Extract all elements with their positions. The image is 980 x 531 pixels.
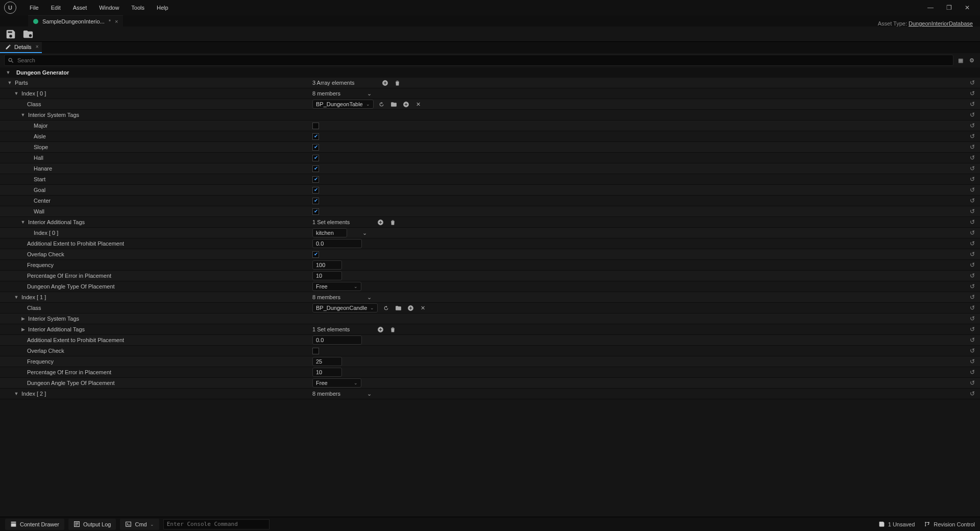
chevron-down-icon[interactable]: ▼	[5, 69, 11, 76]
class-picker-1[interactable]: BP_DungeonCandle⌄	[312, 303, 378, 312]
checkbox-aisle[interactable]	[312, 133, 319, 140]
asset-type-link[interactable]: DungeonInteriorDatabase	[909, 20, 973, 27]
add-element-icon[interactable]	[381, 79, 389, 87]
checkbox-overlap-1[interactable]	[312, 348, 319, 354]
search-input[interactable]	[17, 57, 950, 63]
clear-icon[interactable]: ✕	[414, 100, 423, 108]
reset-icon[interactable]: ↺	[970, 240, 975, 247]
close-tab-icon[interactable]: ×	[115, 18, 118, 25]
menu-help[interactable]: Help	[151, 5, 175, 11]
delete-elements-icon[interactable]	[394, 79, 402, 87]
reset-icon[interactable]: ↺	[970, 304, 975, 311]
use-selected-icon[interactable]	[378, 100, 386, 108]
new-asset-icon[interactable]	[402, 100, 410, 108]
reset-icon[interactable]: ↺	[970, 272, 975, 279]
close-panel-icon[interactable]: ×	[36, 44, 39, 50]
section-header[interactable]: ▼ Dungeon Generator	[0, 67, 980, 78]
reset-icon[interactable]: ↺	[970, 294, 975, 301]
search-box[interactable]	[4, 55, 953, 66]
expander-index2[interactable]: ▼	[13, 391, 19, 397]
reset-icon[interactable]: ↺	[970, 315, 975, 322]
add-set-element-icon[interactable]	[376, 218, 384, 226]
checkbox-goal[interactable]	[312, 187, 319, 194]
reset-icon[interactable]: ↺	[970, 176, 975, 183]
frequency-input-1[interactable]: 25	[312, 357, 342, 366]
percent-error-input-0[interactable]: 10	[312, 271, 342, 280]
iat-value-0[interactable]: kitchen	[312, 228, 347, 237]
checkbox-major[interactable]	[312, 123, 319, 129]
percent-error-input-1[interactable]: 10	[312, 368, 342, 377]
checkbox-hall[interactable]	[312, 155, 319, 161]
chevron-down-icon[interactable]: ⌄	[360, 229, 369, 237]
reset-icon[interactable]: ↺	[970, 186, 975, 194]
checkbox-wall[interactable]	[312, 208, 319, 215]
reset-icon[interactable]: ↺	[970, 133, 975, 140]
expander-index0[interactable]: ▼	[13, 90, 19, 96]
checkbox-overlap-0[interactable]	[312, 251, 319, 258]
reset-icon[interactable]: ↺	[970, 79, 975, 86]
maximize-button[interactable]: ❐	[940, 2, 958, 14]
reset-icon[interactable]: ↺	[970, 261, 975, 269]
addext-input-1[interactable]: 0.0	[312, 335, 362, 345]
browse-icon[interactable]	[22, 29, 34, 40]
reset-icon[interactable]: ↺	[970, 197, 975, 204]
reset-icon[interactable]: ↺	[970, 122, 975, 129]
browse-to-asset-icon[interactable]	[390, 100, 398, 108]
menu-file[interactable]: File	[23, 5, 45, 11]
reset-icon[interactable]: ↺	[970, 229, 975, 236]
chevron-down-icon[interactable]: ⌄	[365, 89, 373, 98]
close-window-button[interactable]: ✕	[959, 2, 976, 14]
expander-iat1[interactable]: ▶	[20, 326, 26, 332]
reset-icon[interactable]: ↺	[970, 347, 975, 354]
reset-icon[interactable]: ↺	[970, 154, 975, 161]
use-selected-icon[interactable]	[382, 304, 390, 312]
reset-icon[interactable]: ↺	[970, 390, 975, 397]
delete-set-elements-icon[interactable]	[388, 325, 397, 333]
document-tab[interactable]: SampleDungeonInterio... * ×	[28, 15, 123, 27]
content-drawer-button[interactable]: Content Drawer	[5, 519, 64, 530]
reset-icon[interactable]: ↺	[970, 358, 975, 365]
menu-edit[interactable]: Edit	[45, 5, 67, 11]
reset-icon[interactable]: ↺	[970, 208, 975, 215]
menu-tools[interactable]: Tools	[125, 5, 151, 11]
chevron-down-icon[interactable]: ⌄	[365, 390, 373, 398]
new-asset-icon[interactable]	[406, 304, 414, 312]
reset-icon[interactable]: ↺	[970, 326, 975, 333]
revision-control-button[interactable]: Revision Control	[924, 521, 975, 527]
delete-set-elements-icon[interactable]	[388, 218, 397, 226]
reset-icon[interactable]: ↺	[970, 251, 975, 258]
save-icon[interactable]	[5, 29, 16, 40]
expander-ist1[interactable]: ▶	[20, 316, 26, 322]
checkbox-start[interactable]	[312, 176, 319, 183]
settings-icon[interactable]: ⚙	[968, 56, 976, 64]
checkbox-center[interactable]	[312, 198, 319, 204]
console-input[interactable]	[163, 519, 270, 529]
checkbox-hanare[interactable]	[312, 165, 319, 172]
expander-parts[interactable]: ▼	[7, 80, 13, 86]
addext-input-0[interactable]: 0.0	[312, 239, 362, 248]
reset-icon[interactable]: ↺	[970, 165, 975, 172]
details-tab[interactable]: Details ×	[0, 42, 42, 53]
reset-icon[interactable]: ↺	[970, 90, 975, 97]
reset-icon[interactable]: ↺	[970, 219, 975, 226]
expander-iat0[interactable]: ▼	[20, 219, 26, 225]
frequency-input-0[interactable]: 100	[312, 260, 342, 270]
reset-icon[interactable]: ↺	[970, 379, 975, 387]
unsaved-indicator[interactable]: 1 Unsaved	[878, 521, 915, 527]
cmd-dropdown[interactable]: Cmd ⌄	[120, 519, 159, 530]
menu-asset[interactable]: Asset	[67, 5, 93, 11]
class-picker-0[interactable]: BP_DungeonTable⌄	[312, 100, 374, 109]
expander-ist0[interactable]: ▼	[20, 112, 26, 118]
view-options-icon[interactable]: ▦	[957, 56, 965, 64]
reset-icon[interactable]: ↺	[970, 111, 975, 118]
reset-icon[interactable]: ↺	[970, 101, 975, 108]
menu-window[interactable]: Window	[93, 5, 125, 11]
minimize-button[interactable]: —	[922, 2, 939, 14]
add-set-element-icon[interactable]	[376, 325, 384, 333]
angle-combo-1[interactable]: Free⌄	[312, 378, 361, 388]
reset-icon[interactable]: ↺	[970, 143, 975, 151]
reset-icon[interactable]: ↺	[970, 369, 975, 376]
clear-icon[interactable]: ✕	[419, 304, 427, 312]
checkbox-slope[interactable]	[312, 144, 319, 151]
reset-icon[interactable]: ↺	[970, 283, 975, 290]
